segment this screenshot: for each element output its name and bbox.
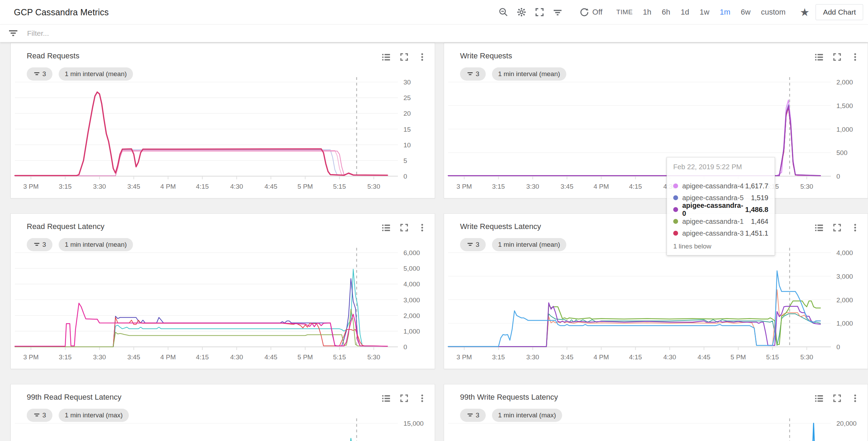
svg-text:4:15: 4:15 — [196, 183, 209, 190]
fullscreen-icon[interactable] — [534, 6, 545, 18]
svg-text:5:15: 5:15 — [333, 353, 346, 361]
refresh-state-label: Off — [592, 8, 602, 17]
fullscreen-icon[interactable] — [832, 222, 843, 233]
filter-count-chip[interactable]: 3 — [27, 67, 52, 81]
svg-text:3:15: 3:15 — [492, 353, 505, 361]
more-vert-icon[interactable] — [850, 51, 861, 63]
svg-text:2,000: 2,000 — [836, 296, 853, 304]
favorite-star-icon[interactable]: ★ — [800, 7, 810, 18]
svg-text:5,000: 5,000 — [403, 265, 420, 272]
add-chart-button[interactable]: Add Chart — [816, 4, 863, 20]
svg-text:3:30: 3:30 — [93, 353, 106, 361]
legend-list-icon[interactable] — [813, 222, 825, 233]
chart-title: Read Requests — [27, 51, 80, 60]
svg-text:5:30: 5:30 — [800, 183, 813, 190]
legend-list-icon[interactable] — [813, 51, 825, 63]
fullscreen-icon[interactable] — [399, 222, 410, 233]
svg-text:4:30: 4:30 — [230, 353, 243, 361]
chart-title: Read Request Latency — [27, 222, 105, 231]
tooltip-row: apigee-cassandra-0 1,486.8 — [673, 204, 768, 215]
interval-chip[interactable]: 1 min interval (mean) — [492, 67, 566, 81]
svg-text:15,000: 15,000 — [403, 420, 424, 427]
series-color-dot — [673, 183, 678, 188]
chart-card-read-request-latency: 01,0002,0003,0004,0005,0006,0003 PM3:153… — [10, 213, 435, 369]
fullscreen-icon[interactable] — [399, 393, 410, 404]
svg-text:4,000: 4,000 — [836, 249, 853, 256]
legend-list-icon[interactable] — [813, 393, 825, 404]
time-range-selector: 1h 6h 1d 1w 1m 6w custom — [637, 8, 791, 17]
more-vert-icon[interactable] — [417, 51, 428, 63]
svg-text:1,500: 1,500 — [836, 102, 853, 109]
refresh-icon — [578, 6, 590, 18]
legend-list-icon[interactable] — [381, 51, 392, 63]
auto-refresh-toggle[interactable]: Off — [578, 6, 602, 18]
svg-text:3:45: 3:45 — [127, 183, 140, 190]
zoom-out-icon[interactable] — [498, 6, 509, 18]
time-range-1m[interactable]: 1m — [715, 8, 736, 17]
svg-text:2,000: 2,000 — [836, 79, 853, 86]
svg-text:0: 0 — [836, 343, 840, 351]
interval-chip[interactable]: 1 min interval (max) — [492, 409, 562, 422]
more-vert-icon[interactable] — [850, 393, 861, 404]
svg-text:5 PM: 5 PM — [731, 353, 746, 361]
chart-plot[interactable]: 01,0002,0003,0004,0005,0006,0003 PM3:153… — [11, 214, 435, 369]
legend-list-icon[interactable] — [381, 393, 392, 404]
legend-list-icon[interactable] — [381, 222, 392, 233]
filter-count-chip[interactable]: 3 — [27, 409, 52, 422]
interval-chip[interactable]: 1 min interval (mean) — [59, 67, 133, 81]
chart-plot[interactable]: 05001,0001,5002,0003 PM3:153:303:454 PM4… — [444, 43, 868, 198]
chart-title: 99th Write Requests Latency — [460, 393, 558, 402]
svg-text:3,000: 3,000 — [836, 273, 853, 280]
fullscreen-icon[interactable] — [399, 51, 410, 63]
fullscreen-icon[interactable] — [832, 51, 843, 63]
filter-count-chip[interactable]: 3 — [460, 238, 486, 251]
filter-count-chip[interactable]: 3 — [460, 409, 486, 422]
time-range-6w[interactable]: 6w — [736, 8, 756, 17]
svg-text:5 PM: 5 PM — [298, 353, 313, 361]
series-color-dot — [673, 207, 678, 212]
svg-text:3 PM: 3 PM — [457, 183, 472, 190]
svg-text:25: 25 — [403, 94, 411, 101]
filter-count-chip[interactable]: 3 — [460, 67, 486, 81]
svg-text:10: 10 — [403, 141, 411, 149]
filter-list-icon[interactable] — [552, 6, 564, 18]
series-color-dot — [673, 231, 678, 236]
header-actions: Off TIME 1h 6h 1d 1w 1m 6w custom ★ Add … — [494, 0, 863, 24]
time-range-1d[interactable]: 1d — [675, 8, 694, 17]
tooltip-row: apigee-cassandra-3 1,451.1 — [673, 227, 768, 239]
tooltip-row: apigee-cassandra-4 1,617.7 — [673, 180, 768, 192]
svg-text:3 PM: 3 PM — [23, 183, 39, 190]
fullscreen-icon[interactable] — [832, 393, 843, 404]
svg-text:4 PM: 4 PM — [160, 183, 176, 190]
filter-input[interactable] — [26, 29, 236, 38]
settings-gear-icon[interactable] — [516, 6, 527, 18]
more-vert-icon[interactable] — [417, 222, 428, 233]
top-header: GCP Cassandra Metrics — [0, 0, 868, 24]
page-title: GCP Cassandra Metrics — [14, 7, 109, 17]
svg-text:1,000: 1,000 — [403, 328, 420, 335]
time-range-1w[interactable]: 1w — [694, 8, 715, 17]
chart-title: Write Requests Latency — [460, 222, 541, 231]
svg-text:5: 5 — [403, 157, 407, 164]
more-vert-icon[interactable] — [850, 222, 861, 233]
svg-text:6,000: 6,000 — [403, 249, 420, 256]
svg-text:3 PM: 3 PM — [23, 353, 39, 361]
series-color-dot — [673, 219, 678, 224]
chart-card-99th-read-request-latency: 15,000 99th Read Request Latency 3 1 min… — [10, 384, 435, 441]
time-range-custom[interactable]: custom — [756, 8, 791, 17]
interval-chip[interactable]: 1 min interval (mean) — [59, 238, 133, 251]
interval-chip[interactable]: 1 min interval (max) — [59, 409, 129, 422]
time-range-1h[interactable]: 1h — [637, 8, 656, 17]
more-vert-icon[interactable] — [417, 393, 428, 404]
chart-card-read-requests: 0510152025303 PM3:153:303:454 PM4:154:30… — [10, 43, 435, 198]
svg-text:3:30: 3:30 — [526, 353, 539, 361]
chart-plot[interactable]: 01,0002,0003,0004,0003 PM3:153:303:454 P… — [444, 214, 868, 369]
interval-chip[interactable]: 1 min interval (mean) — [492, 238, 566, 251]
svg-text:5:30: 5:30 — [367, 183, 380, 190]
time-range-6h[interactable]: 6h — [657, 8, 675, 17]
chart-card-write-requests: 05001,0001,5002,0003 PM3:153:303:454 PM4… — [444, 43, 868, 198]
tooltip-timestamp: Feb 22, 2019 5:22 PM — [673, 163, 768, 171]
svg-text:4 PM: 4 PM — [160, 353, 176, 361]
filter-count-chip[interactable]: 3 — [27, 238, 52, 251]
chart-plot[interactable]: 0510152025303 PM3:153:303:454 PM4:154:30… — [11, 43, 435, 198]
